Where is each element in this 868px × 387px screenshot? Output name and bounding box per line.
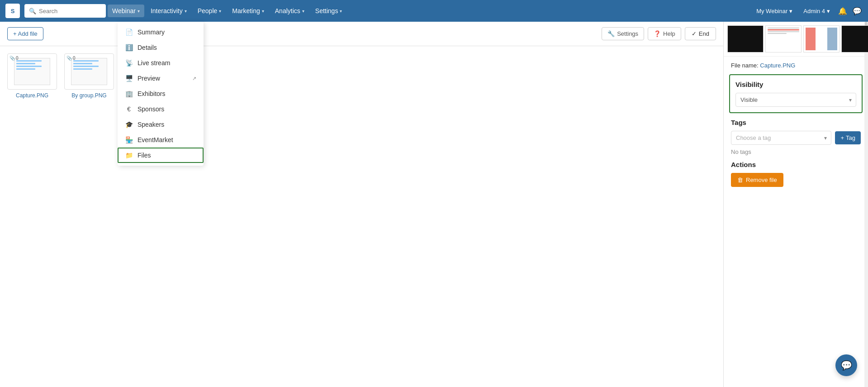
toolbar: + Add file 🔧 Settings ❓ Help ✓ End [0,22,723,46]
toolbar-right: 🔧 Settings ❓ Help ✓ End [602,27,716,40]
menu-item-files[interactable]: 📁 Files [118,148,204,163]
list-item[interactable]: 📎 0 By group.PNG [64,53,114,99]
search-icon: 🔍 [29,8,36,14]
euro-icon: € [125,105,133,113]
menu-item-sponsors[interactable]: € Sponsors [118,101,204,117]
file-thumbnail: 📎 0 [64,53,114,90]
end-button[interactable]: ✓ End [685,27,716,40]
thumb-preview [71,58,107,85]
chat-icon: 💬 [841,360,852,371]
menu-item-details[interactable]: ℹ️ Details [118,40,204,55]
chevron-down-icon: ▾ [789,8,792,14]
chevron-down-icon: ▾ [219,9,221,14]
chevron-down-icon: ▾ [138,9,140,14]
menu-item-eventmarket[interactable]: 🏪 EventMarket [118,132,204,148]
nav-interactivity[interactable]: Interactivity ▾ [146,5,191,17]
search-box[interactable]: 🔍 [24,4,106,18]
monitor-icon: 🖥️ [125,75,133,82]
file-grid: 📎 0 Capture.PNG 📎 0 [0,46,723,387]
right-panel-content: File name: Capture.PNG Visibility Visibl… [724,22,868,387]
help-icon: ❓ [654,30,661,37]
webinar-dropdown-menu: 📄 Summary ℹ️ Details 📡 Live stream 🖥️ Pr… [118,22,204,166]
messages-icon[interactable]: 💬 [852,5,863,16]
no-tags-label: No tags [731,148,861,155]
store-icon: 🏪 [125,136,133,143]
help-button[interactable]: ❓ Help [648,27,681,40]
topnav-right: My Webinar ▾ Admin 4 ▾ 🔔 💬 [753,5,863,16]
settings-button[interactable]: 🔧 Settings [602,27,644,40]
file-icon-small: 📎 [66,56,72,61]
main-container: 📄 Summary ℹ️ Details 📡 Live stream 🖥️ Pr… [0,22,868,387]
preview-thumb-4[interactable] [841,25,868,53]
nav-marketing[interactable]: Marketing ▾ [228,5,268,17]
admin-dropdown[interactable]: Admin 4 ▾ [800,6,834,16]
preview-thumb-2[interactable] [765,25,802,53]
menu-item-livestream[interactable]: 📡 Live stream [118,55,204,71]
search-input[interactable] [39,8,101,14]
actions-title: Actions [731,161,861,168]
menu-item-summary[interactable]: 📄 Summary [118,24,204,40]
chevron-down-icon: ▾ [340,9,342,14]
file-icon: 📁 [125,152,133,159]
notifications-icon[interactable]: 🔔 [837,5,848,16]
thumb-preview [14,58,50,85]
nav-settings[interactable]: Settings ▾ [311,5,347,17]
content-area: + Add file 🔧 Settings ❓ Help ✓ End [0,22,723,387]
plus-icon: + [840,134,844,141]
file-info: File name: Capture.PNG [724,57,868,74]
menu-item-preview[interactable]: 🖥️ Preview ↗ [118,71,204,86]
add-file-button[interactable]: + Add file [7,27,43,40]
external-link-icon: ↗ [192,76,196,81]
file-thumbnail: 📎 0 [7,53,57,90]
chat-bubble-button[interactable]: 💬 [835,354,857,376]
previews-row [724,22,868,57]
preview-thumb-3[interactable] [803,25,840,53]
tag-select[interactable]: Choose a tag [731,131,831,145]
wrench-icon: 🔧 [607,30,615,37]
remove-file-button[interactable]: 🗑 Remove file [731,173,783,187]
chevron-down-icon: ▾ [827,8,830,14]
file-badge: 📎 0 [9,56,19,61]
trash-icon: 🗑 [737,177,743,183]
file-badge: 📎 0 [66,56,76,61]
actions-section: Actions 🗑 Remove file [724,161,868,194]
scrollbar[interactable] [864,22,868,387]
chevron-down-icon: ▾ [262,9,264,14]
file-icon-small: 📎 [9,56,15,61]
info-icon: ℹ️ [125,44,133,51]
file-text-icon: 📄 [125,29,133,36]
visibility-title: Visibility [735,81,856,88]
check-icon: ✓ [692,30,697,37]
file-name-label: By group.PNG [71,92,106,99]
nav-people[interactable]: People ▾ [193,5,226,17]
chevron-down-icon: ▾ [185,9,187,14]
building-icon: 🏢 [125,90,133,97]
preview-thumb-1[interactable] [727,25,764,53]
topnav: S 🔍 Webinar ▾ Interactivity ▾ People ▾ M… [0,0,868,22]
add-tag-button[interactable]: + Tag [835,131,861,144]
visibility-section: Visibility Visible Hidden ▾ [729,74,863,113]
visibility-select[interactable]: Visible Hidden [735,93,856,107]
right-panel: File name: Capture.PNG Visibility Visibl… [723,22,868,387]
file-name-label: Capture.PNG [16,92,48,99]
tags-section: Tags Choose a tag ▾ + Tag No tags [724,119,868,161]
menu-item-speakers[interactable]: 🎓 Speakers [118,117,204,132]
tags-row: Choose a tag ▾ + Tag [731,131,861,145]
list-item[interactable]: 📎 0 Capture.PNG [7,53,57,99]
visibility-select-wrapper: Visible Hidden ▾ [735,93,856,107]
menu-item-exhibitors[interactable]: 🏢 Exhibitors [118,86,204,101]
tag-select-wrapper: Choose a tag ▾ [731,131,831,145]
app-logo[interactable]: S [5,4,20,18]
file-name-link[interactable]: Capture.PNG [760,62,795,69]
nav-analytics[interactable]: Analytics ▾ [270,5,309,17]
graduation-cap-icon: 🎓 [125,121,133,128]
chevron-down-icon: ▾ [302,9,304,14]
my-webinar-dropdown[interactable]: My Webinar ▾ [753,6,796,16]
nav-webinar[interactable]: Webinar ▾ [108,5,144,17]
wifi-icon: 📡 [125,59,133,67]
tags-title: Tags [731,119,861,126]
